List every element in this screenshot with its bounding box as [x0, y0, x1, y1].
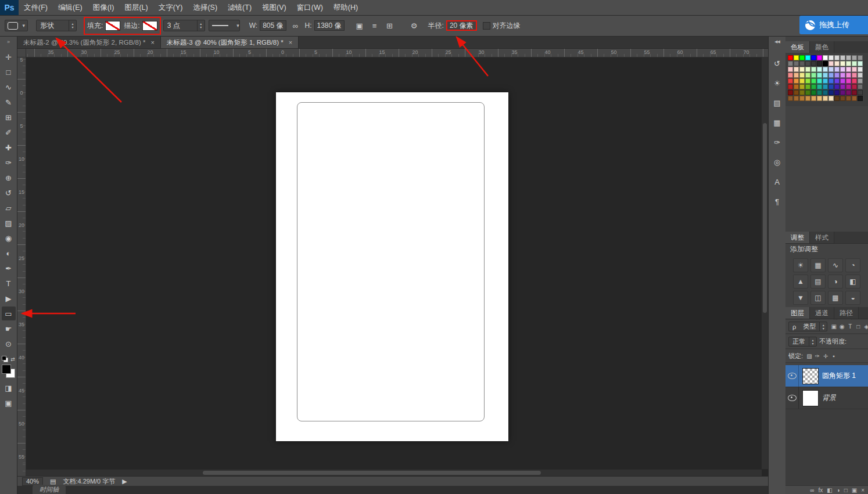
tab-color[interactable]: 颜色: [810, 41, 834, 53]
color-swatch[interactable]: [858, 90, 863, 95]
brightness-contrast-icon[interactable]: ☀: [793, 258, 808, 272]
menu-item[interactable]: 文字(Y): [153, 0, 188, 15]
curves-icon[interactable]: ∿: [828, 258, 843, 272]
quick-selection-tool[interactable]: ✎: [2, 95, 16, 109]
color-swatch[interactable]: [817, 55, 822, 60]
color-swatch[interactable]: [794, 67, 799, 72]
color-swatch[interactable]: [846, 67, 851, 72]
brush-panel-icon[interactable]: ✑: [770, 135, 784, 149]
gradient-tool[interactable]: ▨: [2, 216, 16, 230]
document-tab[interactable]: 未标题-3 @ 40% (圆角矩形 1, RGB/8) * ×: [161, 37, 299, 48]
clone-source-panel-icon[interactable]: ◎: [770, 155, 784, 169]
color-swatch[interactable]: [840, 61, 845, 66]
color-swatch[interactable]: [799, 67, 805, 72]
color-swatch[interactable]: [823, 61, 828, 66]
menu-item[interactable]: 选择(S): [188, 0, 223, 15]
width-input[interactable]: 805 像: [260, 20, 286, 31]
new-layer-icon[interactable]: ▣: [852, 486, 857, 494]
tab-close-icon[interactable]: ×: [150, 39, 154, 46]
color-swatch[interactable]: [828, 67, 834, 72]
fill-swatch[interactable]: [105, 21, 120, 31]
color-swatch[interactable]: [846, 61, 851, 66]
black-white-icon[interactable]: ◧: [845, 275, 860, 289]
horizontal-scrollbar[interactable]: [26, 469, 762, 476]
color-swatch[interactable]: [799, 90, 805, 95]
type-tool[interactable]: T: [2, 276, 16, 290]
lock-pixels-icon[interactable]: ✑: [813, 352, 822, 361]
color-swatch[interactable]: [811, 67, 816, 72]
color-swatch[interactable]: [811, 90, 816, 95]
color-swatch[interactable]: [852, 55, 857, 60]
zoom-tool[interactable]: ⊙: [2, 337, 16, 351]
color-swatch[interactable]: [846, 73, 851, 78]
menu-item[interactable]: 图层(L): [119, 0, 153, 15]
color-swatch[interactable]: [794, 90, 799, 95]
channel-mixer-icon[interactable]: ◫: [810, 291, 826, 305]
layer-thumbnail[interactable]: [802, 390, 819, 406]
new-group-icon[interactable]: □: [844, 486, 848, 494]
vibrance-icon[interactable]: ▲: [793, 275, 808, 289]
stroke-type-select[interactable]: [209, 20, 240, 31]
height-input[interactable]: 1380 像: [314, 20, 345, 31]
color-swatch[interactable]: [846, 78, 851, 84]
status-flyout-icon[interactable]: ▶: [122, 478, 127, 485]
color-swatch[interactable]: [840, 84, 845, 89]
menu-item[interactable]: 文件(F): [19, 0, 53, 15]
color-swatch[interactable]: [828, 55, 834, 60]
filter-pixel-layers-icon[interactable]: ▣: [830, 322, 838, 331]
color-swatch[interactable]: [828, 96, 834, 101]
color-swatch[interactable]: [788, 78, 793, 84]
color-swatch[interactable]: [788, 90, 793, 95]
brush-tool[interactable]: ✑: [2, 156, 16, 170]
filter-type-layers-icon[interactable]: T: [846, 322, 854, 331]
radius-input[interactable]: 20 像素: [446, 20, 477, 31]
color-swatch[interactable]: [852, 90, 857, 95]
color-swatch[interactable]: [805, 67, 810, 72]
path-selection-tool[interactable]: ▶: [2, 291, 16, 305]
tab-close-icon[interactable]: ×: [289, 39, 292, 46]
filter-adjustment-layers-icon[interactable]: ◉: [838, 322, 846, 331]
tool-preset-picker[interactable]: [5, 20, 28, 31]
color-swatch[interactable]: [805, 61, 810, 66]
menu-item[interactable]: 滤镜(T): [223, 0, 257, 15]
link-dimensions-icon[interactable]: ∞: [290, 20, 302, 31]
path-alignment-icon[interactable]: ≡: [369, 20, 381, 31]
color-swatch[interactable]: [834, 55, 840, 60]
color-swatch[interactable]: [805, 55, 810, 60]
document-tab[interactable]: 未标题-2 @ 59.3% (圆角矩形 2, RGB/8) * ×: [17, 37, 161, 48]
tab-layers[interactable]: 图层: [785, 307, 810, 319]
color-swatch[interactable]: [852, 78, 857, 84]
screen-mode-button[interactable]: ▣: [2, 396, 16, 410]
menu-item[interactable]: 帮助(H): [328, 0, 363, 15]
dodge-tool[interactable]: ◐: [2, 246, 16, 260]
lock-position-icon[interactable]: ✛: [822, 352, 830, 361]
color-swatch[interactable]: [788, 61, 793, 66]
color-swatch[interactable]: [805, 96, 810, 101]
history-brush-tool[interactable]: ↺: [2, 186, 16, 200]
color-swatch[interactable]: [828, 61, 834, 66]
color-swatch[interactable]: [834, 67, 840, 72]
color-swatch[interactable]: [858, 84, 863, 89]
color-swatch[interactable]: [799, 55, 805, 60]
color-swatch[interactable]: [799, 73, 805, 78]
tool-mode-select[interactable]: 形状: [36, 20, 77, 31]
clone-stamp-tool[interactable]: ⊕: [2, 171, 16, 185]
layer-visibility-toggle[interactable]: [785, 387, 799, 409]
vertical-scrollbar[interactable]: [761, 57, 768, 469]
color-swatch[interactable]: [858, 67, 863, 72]
color-swatch[interactable]: [823, 96, 828, 101]
tab-paths[interactable]: 路径: [834, 307, 859, 319]
color-swatch[interactable]: [805, 73, 810, 78]
filter-smart-objects-icon[interactable]: ◈: [862, 322, 868, 331]
drag-upload-button[interactable]: 拖拽上传: [799, 16, 868, 34]
color-swatch[interactable]: [788, 67, 793, 72]
foreground-background-colors[interactable]: [2, 365, 15, 378]
color-swatch[interactable]: [834, 96, 840, 101]
color-swatch[interactable]: [799, 61, 805, 66]
delete-layer-icon[interactable]: ×: [861, 486, 865, 494]
color-swatch[interactable]: [840, 55, 845, 60]
color-swatch[interactable]: [840, 73, 845, 78]
menu-item[interactable]: 窗口(W): [292, 0, 328, 15]
history-panel-icon[interactable]: ↺: [770, 56, 784, 70]
tab-swatches[interactable]: 色板: [785, 41, 810, 53]
